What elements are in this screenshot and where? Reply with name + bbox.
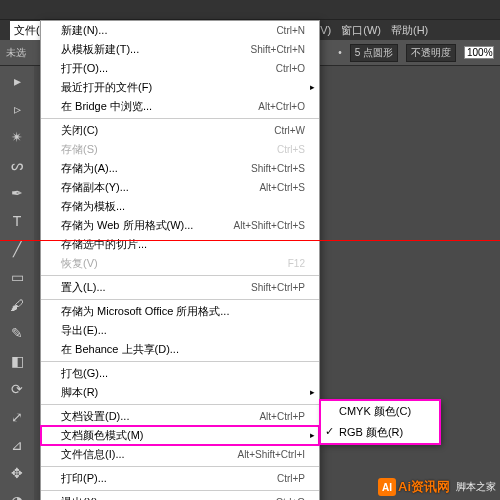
- no-selection-label: 未选: [6, 46, 26, 60]
- menu-item[interactable]: 文档设置(D)...Alt+Ctrl+P: [41, 407, 319, 426]
- file-menu-dropdown: 新建(N)...Ctrl+N从模板新建(T)...Shift+Ctrl+N打开(…: [40, 20, 320, 500]
- menu-item[interactable]: 新建(N)...Ctrl+N: [41, 21, 319, 40]
- menu-item[interactable]: 存储为(A)...Shift+Ctrl+S: [41, 159, 319, 178]
- menu-window[interactable]: 窗口(W): [337, 21, 385, 40]
- rectangle-tool-icon[interactable]: ▭: [6, 266, 28, 288]
- line-tool-icon[interactable]: ╱: [6, 238, 28, 260]
- type-tool-icon[interactable]: T: [6, 210, 28, 232]
- menu-item[interactable]: 关闭(C)Ctrl+W: [41, 121, 319, 140]
- menu-item[interactable]: 文件信息(I)...Alt+Shift+Ctrl+I: [41, 445, 319, 464]
- menu-item[interactable]: 打开(O)...Ctrl+O: [41, 59, 319, 78]
- submenu-rgb[interactable]: RGB 颜色(R): [321, 422, 439, 443]
- watermark: AI Ai资讯网 脚本之家: [378, 478, 496, 496]
- annotation-red-line: [0, 240, 500, 241]
- menu-item[interactable]: 在 Bridge 中浏览...Alt+Ctrl+O: [41, 97, 319, 116]
- menu-item: 存储(S)Ctrl+S: [41, 140, 319, 159]
- title-bar: [0, 0, 500, 20]
- free-transform-tool-icon[interactable]: ✥: [6, 462, 28, 484]
- menu-item[interactable]: 退出(X)Ctrl+Q: [41, 493, 319, 500]
- direct-selection-tool-icon[interactable]: ▹: [6, 98, 28, 120]
- wand-tool-icon[interactable]: ✴: [6, 126, 28, 148]
- menu-item[interactable]: 置入(L)...Shift+Ctrl+P: [41, 278, 319, 297]
- pen-tool-icon[interactable]: ✒: [6, 182, 28, 204]
- brush-preset[interactable]: 5 点圆形: [350, 44, 398, 62]
- selection-tool-icon[interactable]: ▸: [6, 70, 28, 92]
- submenu-cmyk[interactable]: CMYK 颜色(C): [321, 401, 439, 422]
- menu-help[interactable]: 帮助(H): [387, 21, 432, 40]
- eraser-tool-icon[interactable]: ◧: [6, 350, 28, 372]
- rotate-tool-icon[interactable]: ⟳: [6, 378, 28, 400]
- menu-item[interactable]: 存储选中的切片...: [41, 235, 319, 254]
- pencil-tool-icon[interactable]: ✎: [6, 322, 28, 344]
- menu-item[interactable]: 从模板新建(T)...Shift+Ctrl+N: [41, 40, 319, 59]
- color-mode-submenu: CMYK 颜色(C) RGB 颜色(R): [320, 400, 440, 444]
- watermark-icon: AI: [378, 478, 396, 496]
- menu-item[interactable]: 脚本(R): [41, 383, 319, 402]
- brush-tool-icon[interactable]: 🖌: [6, 294, 28, 316]
- width-tool-icon[interactable]: ⊿: [6, 434, 28, 456]
- menu-item[interactable]: 存储为 Web 所用格式(W)...Alt+Shift+Ctrl+S: [41, 216, 319, 235]
- menu-item[interactable]: 最近打开的文件(F): [41, 78, 319, 97]
- lasso-tool-icon[interactable]: ᔕ: [6, 154, 28, 176]
- menu-item[interactable]: 存储副本(Y)...Alt+Ctrl+S: [41, 178, 319, 197]
- shape-builder-tool-icon[interactable]: ◔: [6, 490, 28, 500]
- watermark-subtext: 脚本之家: [456, 480, 496, 494]
- menu-item[interactable]: 文档颜色模式(M): [41, 426, 319, 445]
- menu-item[interactable]: 导出(E)...: [41, 321, 319, 340]
- toolbox: ▸ ▹ ✴ ᔕ ✒ T ╱ ▭ 🖌 ✎ ◧ ⟳ ⤢ ⊿ ✥ ◔ ▦ ▩ ▤ ✐ …: [0, 66, 34, 500]
- menu-item[interactable]: 存储为 Microsoft Office 所用格式...: [41, 302, 319, 321]
- menu-item[interactable]: 打包(G)...: [41, 364, 319, 383]
- menu-item[interactable]: 存储为模板...: [41, 197, 319, 216]
- menu-item[interactable]: 打印(P)...Ctrl+P: [41, 469, 319, 488]
- opacity-value[interactable]: 100%: [464, 46, 494, 59]
- watermark-text: Ai资讯网: [398, 478, 450, 496]
- opacity-label: 不透明度: [406, 44, 456, 62]
- menu-item: 恢复(V)F12: [41, 254, 319, 273]
- scale-tool-icon[interactable]: ⤢: [6, 406, 28, 428]
- bullet-icon: •: [338, 47, 342, 58]
- menu-item[interactable]: 在 Behance 上共享(D)...: [41, 340, 319, 359]
